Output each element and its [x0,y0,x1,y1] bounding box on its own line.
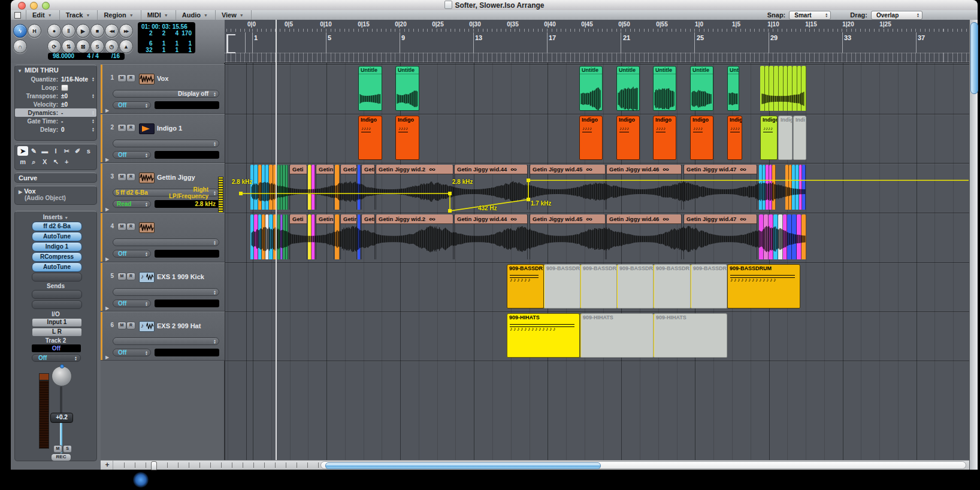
track-off-menu[interactable]: Off▲▼ [113,250,151,258]
display-menu[interactable]: ▲▼ [113,337,219,345]
marquee-tool[interactable]: + [61,157,72,167]
region-header[interactable]: Getin Jiggy wid.46∞ [607,165,681,174]
record-arm-button[interactable]: REC [51,453,71,461]
track-mute-button[interactable]: M [117,223,126,231]
audio-slice[interactable] [358,165,361,210]
track-header-exs-1-909-kick[interactable]: 5MR♪EXS 1 909 Kick▲▼Off▲▼▶ [101,262,225,311]
region-909-hihats[interactable]: 909-HIHATS♪♪♪♪♪♪♪♪♪♪♪♪♪ [507,313,580,358]
mute-tool[interactable]: m [17,157,28,167]
param-value[interactable]: 0 [61,126,65,133]
audio-slice[interactable] [788,66,793,111]
display-menu[interactable]: ▲▼ [113,288,219,296]
position-display[interactable]: 01: 00: 03: 15.56 224170 6111 32111 [138,22,195,53]
track-record-button[interactable]: R [126,223,135,231]
region-getin[interactable]: Getin [361,214,375,259]
song-start-marker[interactable] [226,34,235,53]
fader-value[interactable]: +0.2 [50,413,73,423]
region-untitle[interactable]: Untitle [395,66,419,111]
audio-slice[interactable] [766,165,769,210]
automation-mode-menu[interactable]: Off▲▼ [32,354,81,362]
inserts-label[interactable]: Inserts ▼ [15,214,96,220]
vertical-scroll-thumb[interactable] [970,22,978,94]
region-slices[interactable] [785,165,806,210]
audio-slice[interactable] [778,214,783,259]
arrange-area[interactable]: UntitleUntitleUntitleUntitleUntitleUntit… [225,63,969,460]
region-slices[interactable] [335,165,340,210]
audio-slice[interactable] [796,165,799,210]
automation-mode-menu[interactable]: Read▲▼ [113,200,151,208]
region-slices[interactable] [759,165,776,210]
rewind-button[interactable]: ◀◀ [105,24,119,38]
region-header[interactable]: Getin [316,214,334,224]
region-untitle[interactable]: Untitle [690,66,713,111]
track-disclosure-icon[interactable]: ▶ [105,207,109,212]
region-header[interactable]: Geti [290,214,307,224]
region-slices[interactable] [308,214,315,259]
region-getin[interactable]: Getin [340,214,357,259]
track-mute-button[interactable]: M [117,322,126,329]
region-header[interactable]: Getin [341,214,356,224]
tempo-display[interactable]: 98.0000 4 / 4 /16 [48,53,125,60]
track-name[interactable]: EXS 1 909 Kick [157,273,204,280]
menu-view[interactable]: View▼ [215,10,252,20]
region-slices[interactable] [277,214,288,259]
audio-slice[interactable] [254,214,258,259]
autodrop-button[interactable]: ⇅ [62,40,75,53]
pointer-tool[interactable]: ➤ [17,146,28,156]
region-getin[interactable]: Getin [316,165,334,210]
region-slices[interactable] [358,214,361,259]
playhead[interactable] [276,20,277,460]
track-disclosure-icon[interactable]: ▶ [105,256,109,262]
param-value[interactable]: 1/16-Note [61,76,88,83]
region-indigo[interactable]: Indigo [778,116,793,160]
text-tool[interactable]: I [50,146,61,156]
vertical-scrollbar[interactable] [969,20,978,470]
automation-parameter-menu[interactable]: 5 ff d2 6-BaRight LP/Frequency▲▼ [113,189,219,196]
replace-button[interactable]: ⊠ [76,40,90,53]
stepper-icon[interactable]: ▲▼ [92,119,95,123]
track-off-menu[interactable]: Off▲▼ [113,151,151,159]
region-getin-jiggy-wid-46[interactable]: Getin Jiggy wid.46∞ [606,165,682,210]
region-header[interactable]: Getin Jiggy wid.44∞ [455,165,527,174]
insert-slot-autotune[interactable]: AutoTune [32,232,82,241]
audio-slice[interactable] [335,214,340,259]
region-untitle[interactable]: Untitle [727,66,739,111]
midi-thru-button[interactable]: ϟ [13,24,27,38]
track-value-lcd[interactable] [155,101,219,109]
region-909-bassdr[interactable]: 909-BASSDR [691,264,727,308]
cycle-button[interactable]: ⟳ [47,40,61,53]
audio-slice[interactable] [358,214,361,259]
audio-slice[interactable] [277,214,280,259]
region-indigo[interactable]: Indigo♪♪♪♪ [690,116,713,160]
region-header[interactable]: Getin [362,214,374,224]
region-indigo[interactable]: Indigo♪♪♪♪ [760,116,778,160]
track-off-menu[interactable]: Off▲▼ [113,349,151,356]
audio-slice[interactable] [277,165,280,210]
output-button[interactable]: L R [32,328,82,337]
track-disclosure-icon[interactable]: ▶ [105,355,109,360]
output-lcd[interactable]: Off [32,344,81,352]
region-slices[interactable] [358,165,361,210]
region-909-bassdr[interactable]: 909-BASSDR [617,264,654,308]
solo-lock-button[interactable]: S [90,40,104,53]
region-header[interactable]: Getin [316,165,334,174]
loop-checkbox[interactable] [61,84,68,91]
audio-slice[interactable] [773,214,778,259]
track-record-button[interactable]: R [126,124,135,132]
track-name[interactable]: EXS 2 909 Hat [157,322,201,329]
menu-edit[interactable]: Edit▼ [26,10,59,20]
record-button[interactable]: ● [47,24,61,38]
metronome-button[interactable]: ▲ [119,40,133,53]
h-button[interactable]: H [28,24,41,38]
insert-slot-autotune[interactable]: AutoTune [32,262,82,272]
track-name[interactable]: Gettin Jiggy [157,174,195,181]
audio-slice[interactable] [793,66,797,111]
region-909-bassdr[interactable]: 909-BASSDR [580,264,617,308]
region-untitle[interactable]: Untitle [579,66,603,111]
region-untitle[interactable]: Untitle [653,66,676,111]
monitor-button[interactable]: ∩ [13,40,27,53]
audio-slice[interactable] [783,214,788,259]
track-value-lcd[interactable] [155,151,219,159]
zoom-slider-marker[interactable] [151,461,157,470]
track-mute-button[interactable]: M [117,173,126,181]
